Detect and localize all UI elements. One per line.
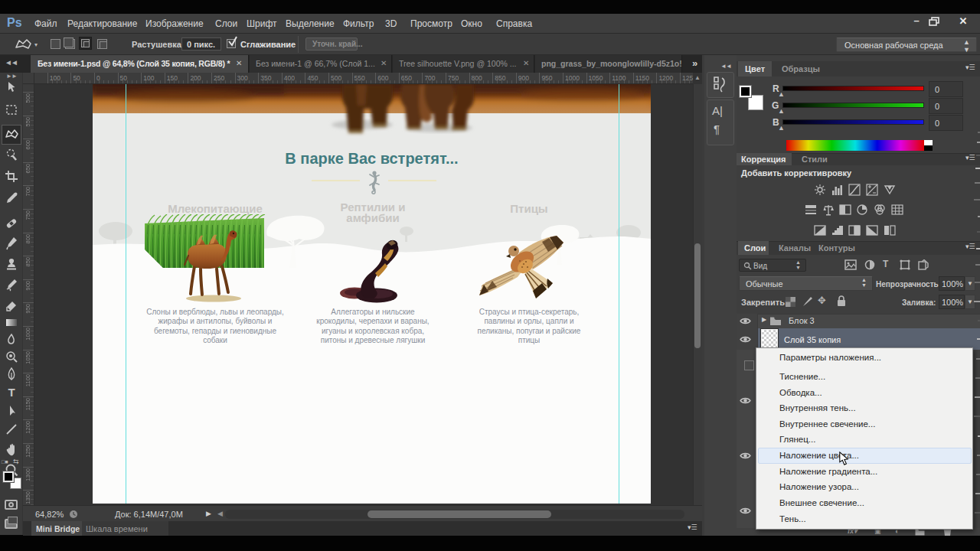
svg-text:T: T [8,386,15,399]
